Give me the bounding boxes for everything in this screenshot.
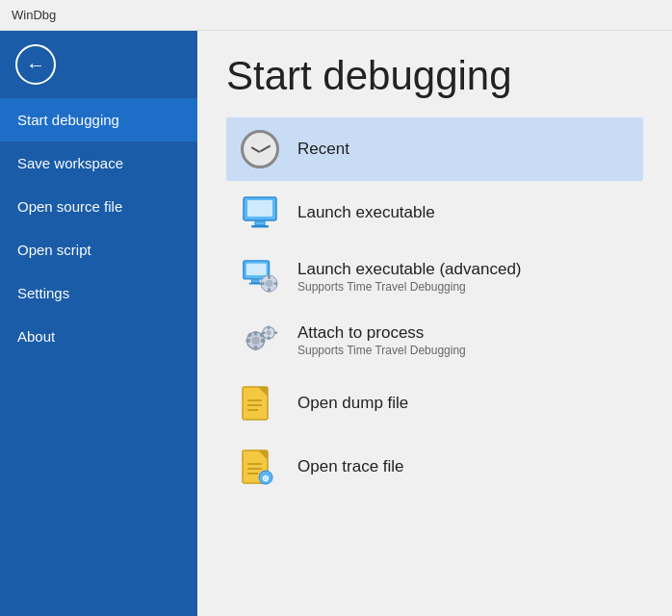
main-layout: ← Start debuggingSave workspaceOpen sour… <box>0 31 672 616</box>
svg-rect-26 <box>262 332 266 335</box>
svg-rect-12 <box>261 282 265 285</box>
menu-icon-open-dump-file <box>238 381 282 425</box>
menu-text-launch-executable-advanced: Launch executable (advanced) Supports Ti… <box>297 260 522 294</box>
svg-rect-11 <box>268 289 271 293</box>
sidebar-item-about[interactable]: About <box>0 315 197 358</box>
sidebar-item-start-debugging[interactable]: Start debugging <box>0 98 197 141</box>
sidebar: ← Start debuggingSave workspaceOpen sour… <box>0 31 197 616</box>
svg-rect-18 <box>246 339 251 343</box>
sidebar-item-settings[interactable]: Settings <box>0 271 197 315</box>
svg-point-15 <box>251 337 259 345</box>
svg-rect-3 <box>251 225 269 228</box>
menu-item-open-dump-file[interactable]: Open dump file <box>226 372 643 435</box>
menu-icon-launch-executable <box>238 191 282 235</box>
svg-point-9 <box>266 280 273 288</box>
menu-label: Open dump file <box>297 394 408 413</box>
menu-item-attach-to-process[interactable]: Attach to process Supports Time Travel D… <box>226 308 643 372</box>
svg-rect-10 <box>268 275 271 279</box>
menu-label: Launch executable <box>297 203 435 222</box>
menu-text-attach-to-process: Attach to process Supports Time Travel D… <box>297 323 466 357</box>
menu-label: Open trace file <box>297 457 404 476</box>
menu-icon-recent <box>238 127 282 171</box>
content-area: Start debugging Recent Launch executable <box>197 31 672 616</box>
back-button-container: ← <box>0 31 197 98</box>
file-icon <box>241 381 279 425</box>
sidebar-item-open-script[interactable]: Open script <box>0 228 197 271</box>
svg-rect-6 <box>251 280 259 283</box>
svg-rect-5 <box>246 264 267 275</box>
svg-text:⊕: ⊕ <box>262 474 270 483</box>
svg-rect-7 <box>249 283 262 285</box>
menu-sublabel: Supports Time Travel Debugging <box>297 280 522 294</box>
menu-text-open-dump-file: Open dump file <box>297 394 408 413</box>
menu-icon-attach-to-process <box>238 318 282 362</box>
app-title: WinDbg <box>12 8 56 22</box>
sidebar-items: Start debuggingSave workspaceOpen source… <box>0 98 197 358</box>
menu-item-launch-executable-advanced[interactable]: Launch executable (advanced) Supports Ti… <box>226 244 643 308</box>
svg-rect-1 <box>247 200 272 217</box>
back-button[interactable]: ← <box>15 44 56 85</box>
menu-text-open-trace-file: Open trace file <box>297 457 404 476</box>
menu-text-launch-executable: Launch executable <box>297 203 435 222</box>
file-icon: ⊕ <box>241 445 279 489</box>
menu-label: Attach to process <box>297 323 466 343</box>
svg-rect-24 <box>268 326 271 330</box>
svg-rect-2 <box>255 221 265 225</box>
svg-rect-17 <box>254 346 258 351</box>
gears-icon <box>242 321 278 358</box>
svg-rect-13 <box>273 282 277 285</box>
menu-item-launch-executable[interactable]: Launch executable <box>226 181 643 244</box>
svg-point-23 <box>266 330 271 335</box>
clock-icon <box>241 130 279 168</box>
menu-label: Launch executable (advanced) <box>297 260 522 279</box>
sidebar-item-save-workspace[interactable]: Save workspace <box>0 141 197 185</box>
menu-list: Recent Launch executable <box>226 117 643 499</box>
menu-icon-open-trace-file: ⊕ <box>238 445 282 489</box>
svg-rect-16 <box>254 331 258 336</box>
titlebar: WinDbg <box>0 0 672 31</box>
monitor-icon <box>242 195 278 230</box>
menu-sublabel: Supports Time Travel Debugging <box>297 344 466 357</box>
page-title: Start debugging <box>226 54 643 98</box>
sidebar-item-open-source-file[interactable]: Open source file <box>0 185 197 228</box>
svg-rect-25 <box>268 337 271 341</box>
menu-label: Recent <box>297 140 349 159</box>
menu-item-recent[interactable]: Recent <box>226 117 643 181</box>
menu-text-recent: Recent <box>297 140 349 159</box>
svg-rect-27 <box>273 332 277 335</box>
gear-monitor-icon <box>242 258 278 295</box>
svg-rect-19 <box>261 339 266 343</box>
menu-item-open-trace-file[interactable]: ⊕ Open trace file <box>226 435 643 499</box>
menu-icon-launch-executable-advanced <box>238 254 282 298</box>
